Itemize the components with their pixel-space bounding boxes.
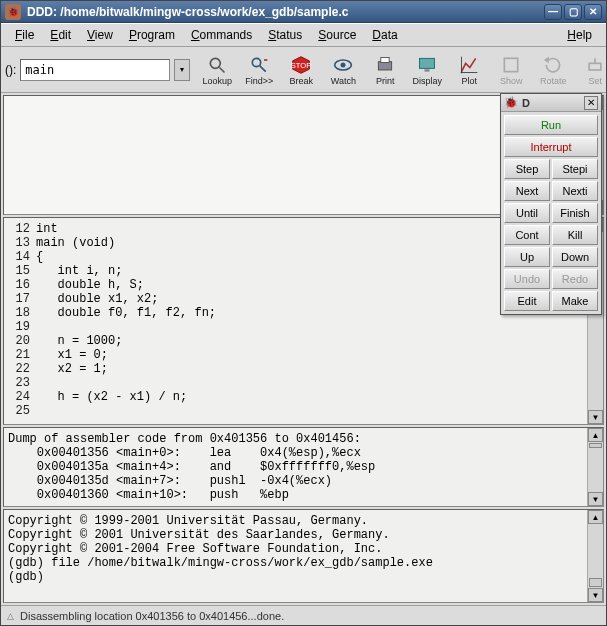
command-tool-titlebar[interactable]: 🐞 D ✕ xyxy=(501,94,601,112)
toolbar-button-label: Lookup xyxy=(203,76,233,86)
maximize-button[interactable]: ▢ xyxy=(564,4,582,20)
source-line[interactable]: 24 h = (x2 - x1) / n; xyxy=(8,390,583,404)
break-button[interactable]: STOPBreak xyxy=(280,49,322,91)
svg-rect-10 xyxy=(420,58,435,68)
cmd-make-button[interactable]: Make xyxy=(552,291,598,311)
menu-status[interactable]: Status xyxy=(260,25,310,45)
line-text: double f0, f1, f2, fn; xyxy=(36,306,216,320)
svg-marker-15 xyxy=(544,56,549,63)
scroll-down-icon[interactable]: ▼ xyxy=(588,588,603,602)
cmd-finish-button[interactable]: Finish xyxy=(552,203,598,223)
source-line[interactable]: 14{ xyxy=(8,250,583,264)
source-line[interactable]: 13main (void) xyxy=(8,236,583,250)
svg-point-2 xyxy=(253,58,261,66)
set-icon xyxy=(585,54,605,76)
line-number: 22 xyxy=(8,362,36,376)
status-indicator-icon: △ xyxy=(7,611,14,621)
menu-data[interactable]: Data xyxy=(364,25,405,45)
toolbar-button-label: Display xyxy=(413,76,443,86)
command-tool-panel[interactable]: 🐞 D ✕ RunInterruptStepStepiNextNextiUnti… xyxy=(500,93,602,315)
line-number: 17 xyxy=(8,292,36,306)
toolbar-button-label: Print xyxy=(376,76,395,86)
line-text: h = (x2 - x1) / n; xyxy=(36,390,187,404)
line-number: 19 xyxy=(8,320,36,334)
cmd-up-button[interactable]: Up xyxy=(504,247,550,267)
menubar: File Edit View Program Commands Status S… xyxy=(1,23,606,47)
source-line[interactable]: 12int xyxy=(8,222,583,236)
source-line[interactable]: 15 int i, n; xyxy=(8,264,583,278)
cmd-kill-button[interactable]: Kill xyxy=(552,225,598,245)
line-number: 25 xyxy=(8,404,36,418)
menu-source[interactable]: Source xyxy=(310,25,364,45)
close-button[interactable]: ✕ xyxy=(584,4,602,20)
line-text: x1 = 0; xyxy=(36,348,108,362)
plot-button[interactable]: Plot xyxy=(448,49,490,91)
cmd-down-button[interactable]: Down xyxy=(552,247,598,267)
print-button[interactable]: Print xyxy=(364,49,406,91)
menu-program[interactable]: Program xyxy=(121,25,183,45)
cmd-row: NextNexti xyxy=(504,181,598,201)
source-line[interactable]: 17 double x1, x2; xyxy=(8,292,583,306)
content-area: ▲ ▼ 12int13main (void)14{15 int i, n;16 … xyxy=(1,93,606,605)
menu-file[interactable]: File xyxy=(7,25,42,45)
source-line[interactable]: 22 x2 = 1; xyxy=(8,362,583,376)
cmd-until-button[interactable]: Until xyxy=(504,203,550,223)
status-text: Disassembling location 0x401356 to 0x401… xyxy=(20,610,284,622)
command-tool-close[interactable]: ✕ xyxy=(584,96,598,110)
cmd-run-button[interactable]: Run xyxy=(504,115,598,135)
line-text: double x1, x2; xyxy=(36,292,158,306)
source-line[interactable]: 21 x1 = 0; xyxy=(8,348,583,362)
scroll-thumb[interactable] xyxy=(589,578,602,587)
source-line[interactable]: 25 xyxy=(8,404,583,418)
source-line[interactable]: 23 xyxy=(8,376,583,390)
menu-edit[interactable]: Edit xyxy=(42,25,79,45)
asm-scrollbar[interactable]: ▲ ▼ xyxy=(587,428,603,506)
console-scrollbar[interactable]: ▲ ▼ xyxy=(587,510,603,602)
scroll-down-icon[interactable]: ▼ xyxy=(588,410,603,424)
toolbar-buttons: LookupFind>>STOPBreakWatchPrintDisplayPl… xyxy=(196,49,607,91)
cmd-nexti-button[interactable]: Nexti xyxy=(552,181,598,201)
command-tool-title: D xyxy=(522,97,580,109)
scroll-thumb[interactable] xyxy=(589,443,602,448)
cmd-stepi-button[interactable]: Stepi xyxy=(552,159,598,179)
source-line[interactable]: 16 double h, S; xyxy=(8,278,583,292)
svg-rect-11 xyxy=(425,69,430,72)
assembler-text[interactable]: Dump of assembler code from 0x401356 to … xyxy=(4,428,587,506)
gdb-console-text[interactable]: Copyright © 1999-2001 Universität Passau… xyxy=(4,510,587,602)
line-number: 13 xyxy=(8,236,36,250)
window-controls: — ▢ ✕ xyxy=(544,4,602,20)
argument-dropdown[interactable]: ▾ xyxy=(174,59,190,81)
menu-view[interactable]: View xyxy=(79,25,121,45)
cmd-redo-button: Redo xyxy=(552,269,598,289)
source-line[interactable]: 19 xyxy=(8,320,583,334)
scroll-up-icon[interactable]: ▲ xyxy=(588,510,603,524)
scroll-down-icon[interactable]: ▼ xyxy=(588,492,603,506)
toolbar-button-label: Show xyxy=(500,76,523,86)
source-line[interactable]: 20 n = 1000; xyxy=(8,334,583,348)
line-text: int xyxy=(36,222,58,236)
cmd-interrupt-button[interactable]: Interrupt xyxy=(504,137,598,157)
find-button[interactable]: Find>> xyxy=(238,49,280,91)
source-line[interactable]: 18 double f0, f1, f2, fn; xyxy=(8,306,583,320)
scroll-up-icon[interactable]: ▲ xyxy=(588,428,603,442)
line-text: x2 = 1; xyxy=(36,362,108,376)
set-button: Set xyxy=(574,49,607,91)
lookup-button[interactable]: Lookup xyxy=(196,49,238,91)
minimize-button[interactable]: — xyxy=(544,4,562,20)
menu-commands[interactable]: Commands xyxy=(183,25,260,45)
line-text: { xyxy=(36,250,43,264)
show-button: Show xyxy=(490,49,532,91)
display-button[interactable]: Display xyxy=(406,49,448,91)
rotate-icon xyxy=(543,54,563,76)
cmd-step-button[interactable]: Step xyxy=(504,159,550,179)
cmd-row: StepStepi xyxy=(504,159,598,179)
argument-input[interactable] xyxy=(20,59,170,81)
gdb-console-pane: Copyright © 1999-2001 Universität Passau… xyxy=(3,509,604,603)
watch-button[interactable]: Watch xyxy=(322,49,364,91)
cmd-next-button[interactable]: Next xyxy=(504,181,550,201)
cmd-cont-button[interactable]: Cont xyxy=(504,225,550,245)
toolbar-button-label: Watch xyxy=(331,76,356,86)
menu-help[interactable]: Help xyxy=(559,25,600,45)
bug-icon: 🐞 xyxy=(504,96,518,109)
cmd-edit-button[interactable]: Edit xyxy=(504,291,550,311)
